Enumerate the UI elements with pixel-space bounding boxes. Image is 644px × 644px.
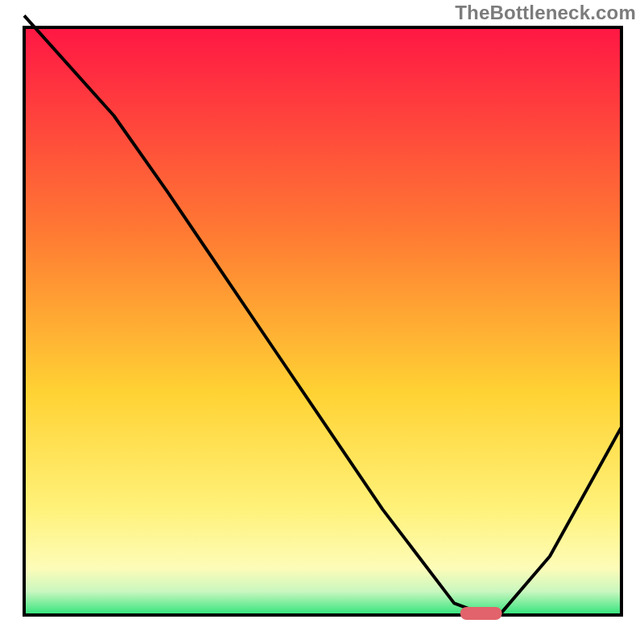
- chart-container: TheBottleneck.com: [0, 0, 644, 644]
- optimal-marker: [460, 607, 502, 620]
- bottleneck-chart: [0, 0, 644, 644]
